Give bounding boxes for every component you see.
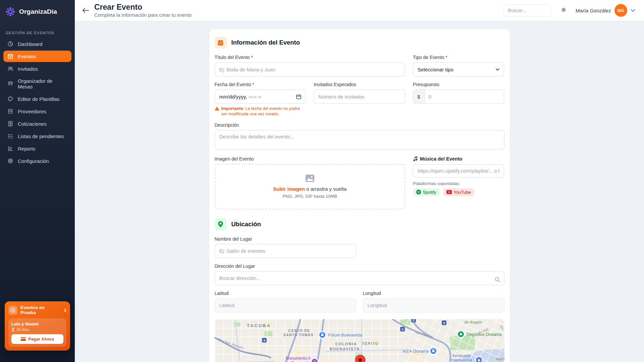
trial-event-name: Lalo y Noemi <box>11 321 63 326</box>
main-area: Crear Evento Completa la información par… <box>75 0 644 362</box>
tipo-label: Tipo de Evento * <box>413 55 504 60</box>
section-title-info: Información del Evento <box>231 39 300 46</box>
trial-count-badge: 1 <box>64 308 66 313</box>
sidebar-item-cotizaciones[interactable]: Cotizaciones <box>3 118 71 129</box>
logo-flower-icon <box>5 7 15 17</box>
table-icon <box>7 81 13 87</box>
sidebar-item-eventos[interactable]: Eventos <box>3 51 71 62</box>
search-input[interactable] <box>503 4 551 16</box>
svg-text:4: 4 <box>263 338 265 342</box>
currency-prefix: $ <box>413 90 425 103</box>
svg-text:TEPITO: TEPITO <box>362 342 379 346</box>
page-content: Información del Evento Título del Evento… <box>75 21 644 362</box>
location-section-icon <box>215 218 227 230</box>
musica-url-input[interactable] <box>413 164 504 178</box>
sidebar-item-organizador-mesas[interactable]: Organizador de Mesas <box>3 75 71 92</box>
quote-document-icon <box>7 121 13 127</box>
spotify-label: Spotify <box>423 190 436 195</box>
svg-text:Deportivo Oceanía: Deportivo Oceanía <box>467 332 501 337</box>
sidebar-nav: Dashboard Eventos Invitados Organizador … <box>0 38 75 167</box>
sidebar-item-label: Organizador de Mesas <box>18 78 67 89</box>
sidebar-item-reports[interactable]: Reports <box>3 143 71 154</box>
store-icon <box>7 108 13 114</box>
longitud-input[interactable] <box>363 298 504 312</box>
brand: OrganizaDía <box>0 0 75 20</box>
svg-text:Aeropuerto: Aeropuerto <box>452 354 470 358</box>
sidebar-item-label: Invitados <box>18 66 38 72</box>
longitud-label: Longitud <box>363 291 504 296</box>
youtube-badge: YouTube <box>443 188 474 196</box>
hourglass-icon <box>11 327 15 331</box>
latitud-input[interactable] <box>215 298 356 312</box>
date-picker-icon <box>296 94 301 99</box>
sidebar-item-listas-pendientes[interactable]: Listas de pendientes <box>3 130 71 142</box>
create-event-card: Información del Evento Título del Evento… <box>209 29 510 362</box>
svg-text:Fórum Buenavista: Fórum Buenavista <box>328 333 362 338</box>
youtube-label: YouTube <box>454 190 471 195</box>
presupuesto-input[interactable] <box>425 90 504 103</box>
svg-text:TACUBA: TACUBA <box>247 323 271 328</box>
app-root: OrganizaDía GESTIÓN DE EVENTOS Dashboard… <box>0 0 644 362</box>
section-title-ubicacion: Ubicación <box>231 221 261 228</box>
svg-text:la Revolución: la Revolución <box>287 361 311 362</box>
app-name: OrganizaDía <box>19 8 57 15</box>
nombre-lugar-input[interactable] <box>215 244 356 258</box>
upload-cta-rest: o arrastra y suelta <box>305 186 346 192</box>
trial-days-left: 29 días <box>16 327 29 331</box>
presupuesto-label: Presupuesto <box>413 82 504 87</box>
titulo-label: Título del Evento * <box>215 55 405 60</box>
music-note-icon <box>413 156 418 162</box>
pay-now-label: Pagar Ahora <box>28 337 54 342</box>
fecha-datetime-input[interactable]: mm/dd/yyyy, --:-- -- <box>215 89 306 104</box>
pay-now-button[interactable]: Pagar Ahora <box>11 334 63 344</box>
image-placeholder-icon <box>306 175 314 182</box>
select-chevron-icon <box>496 68 499 71</box>
fecha-label: Fecha del Evento * <box>215 82 306 87</box>
spotify-icon <box>416 190 421 194</box>
descripcion-label: Descripción <box>215 122 504 128</box>
back-button[interactable] <box>79 4 92 16</box>
direccion-search-input[interactable] <box>215 271 504 285</box>
sidebar-item-proveedores[interactable]: Proveedores <box>3 106 71 117</box>
image-upload-dropzone[interactable]: Subir imagen o arrastra y suelta PNG, JP… <box>215 164 405 209</box>
titulo-input[interactable] <box>215 62 405 76</box>
user-menu[interactable]: María González MG <box>576 4 635 17</box>
svg-text:San Juan: San Juan <box>466 319 482 319</box>
page-title: Crear Evento <box>94 3 192 11</box>
top-header: Crear Evento Completa la información par… <box>75 0 644 21</box>
location-map[interactable]: 4 2 2 3 2 TACUBA CASCO DE SANTO TOMÁS CO… <box>215 319 504 362</box>
trial-event-item: Lalo y Noemi 29 días Pagar Ahora <box>8 318 66 347</box>
map-canvas: 4 2 2 3 2 TACUBA CASCO DE SANTO TOMÁS CO… <box>215 319 504 362</box>
musica-label: Música del Evento <box>420 156 463 162</box>
invitados-input[interactable] <box>314 89 405 104</box>
nav-section-label: GESTIÓN DE EVENTOS <box>0 31 75 35</box>
nombre-lugar-label: Nombre del Lugar <box>215 236 356 242</box>
sidebar-item-label: Dashboard <box>18 41 42 47</box>
sidebar-item-label: Reports <box>18 146 36 152</box>
warning-icon <box>215 106 219 111</box>
sidebar-item-editor-plantillas[interactable]: Editor de Plantillas <box>3 93 71 105</box>
sidebar-item-dashboard[interactable]: Dashboard <box>3 38 71 50</box>
sidebar-item-label: Configuración <box>18 158 49 164</box>
sidebar-item-configuracion[interactable]: Configuración <box>3 155 71 167</box>
dashboard-icon <box>7 41 13 47</box>
address-search-icon <box>495 277 500 284</box>
notifications-button[interactable] <box>560 7 567 14</box>
svg-text:Internacional: Internacional <box>451 358 472 362</box>
svg-text:Monumento A: Monumento A <box>285 356 310 361</box>
fecha-placeholder: mm/dd/yyyy, --:-- -- <box>219 94 262 100</box>
avatar: MG <box>614 4 627 17</box>
tipo-select[interactable]: Seleccionar tipo <box>413 62 504 76</box>
arrow-left-icon <box>82 8 89 13</box>
upload-link[interactable]: Subir imagen <box>273 186 305 192</box>
youtube-icon <box>446 190 452 194</box>
direccion-label: Dirección del Lugar <box>215 263 504 269</box>
trial-events-card: Eventos en Prueba 1 Lalo y Noemi 29 días… <box>5 301 70 351</box>
sidebar-item-label: Eventos <box>18 54 36 59</box>
bell-icon <box>560 7 567 14</box>
sidebar-item-invitados[interactable]: Invitados <box>3 63 71 74</box>
sidebar: OrganizaDía GESTIÓN DE EVENTOS Dashboard… <box>0 0 75 362</box>
platforms-label: Plataformas soportadas: <box>413 181 504 186</box>
svg-text:3: 3 <box>443 321 445 324</box>
descripcion-textarea[interactable] <box>215 130 504 149</box>
